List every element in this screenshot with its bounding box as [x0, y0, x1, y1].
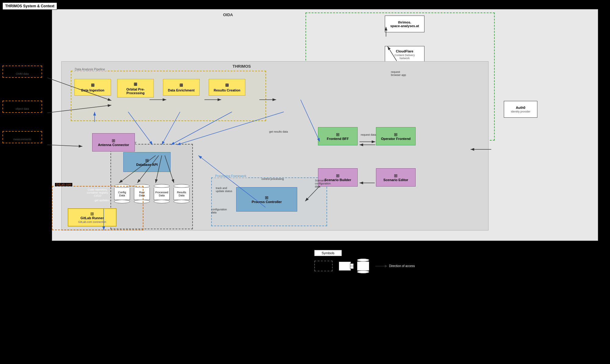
operator-frontend-label: Operator Frontend — [381, 137, 410, 141]
direction-row: Direction of access — [375, 264, 415, 269]
cyl-top-processed — [154, 184, 170, 188]
cyl-top-results — [174, 184, 189, 188]
pipeline-label: Data Analysis Pipeline — [74, 68, 106, 71]
results-icon: ⊞ — [225, 83, 229, 87]
enrichment-label: Data Enrichment — [168, 88, 194, 92]
cyl-bottom-processed — [154, 200, 170, 203]
results-data-cylinder: Results Data — [174, 184, 189, 203]
cyl-bottom-results — [174, 200, 189, 203]
processing-framework-area: Processing Framework ⊞ Process Controlle… — [211, 177, 327, 226]
scenario-editor-box: ⊞ Scenario Editor — [376, 168, 416, 187]
enrichment-icon: ⊞ — [179, 83, 183, 87]
proc-framework-label: Processing Framework — [214, 174, 247, 178]
orbital-icon: ⊞ — [134, 82, 137, 87]
discos-title: DISCOS — [5, 103, 40, 107]
scenario-config-label: Scenario configuration data — [315, 179, 331, 188]
results-creation-box: ⊞ Results Creation — [209, 79, 245, 96]
antenna-connector-label: Antenna Connector — [98, 143, 129, 147]
gitlab-runner-icon: ⊞ — [90, 211, 94, 216]
gitlab-runner-sub: GitLab.com connection — [78, 220, 106, 223]
data-ingestion-box: ⊞ Data Ingestion — [74, 79, 111, 96]
frontend-bff-box: ⊞ Frontend BFF — [318, 127, 358, 145]
process-controller-box: ⊞ Process Controller — [236, 187, 297, 212]
auth0-sub: Identity provider — [511, 110, 530, 113]
config-data-label: configuration data — [211, 208, 227, 214]
sym-cyl-top — [357, 259, 369, 262]
frontend-bff-icon: ⊞ — [336, 132, 340, 137]
space-track-box: space-track.org OMM data — [2, 66, 42, 78]
processed-data-cylinder: Processed Data — [154, 184, 170, 203]
symbol-row: Direction of access — [314, 259, 415, 273]
database-api-box: ⊞ Database API — [123, 152, 171, 172]
operator-frontend-box: ⊞ Operator Frontend — [376, 127, 416, 145]
cyl-body-results: Results Data — [174, 188, 189, 200]
cyl-body-processed: Processed Data — [154, 188, 170, 200]
data-enrichment-box: ⊞ Data Enrichment — [163, 79, 200, 96]
auth0-box: Auth0 Identity provider — [504, 101, 537, 118]
thrimos-domain-box: thrimos. space-analyses.at — [385, 16, 424, 32]
request-browser-label: request browser app — [391, 70, 406, 77]
gitlab-area-label: GitLab.com — [55, 183, 72, 186]
data-ingestion-icon: ⊞ — [91, 83, 95, 87]
get-updates-label: get updates — [95, 199, 109, 202]
scenario-builder-icon: ⊞ — [336, 173, 340, 178]
scenario-editor-label: Scenario Editor — [383, 178, 408, 182]
request-data-label: request data — [361, 133, 376, 136]
control-processing-label: control processing — [262, 177, 284, 180]
thrimos-label: THRIMOS — [233, 64, 251, 69]
db-api-icon: ⊞ — [145, 158, 149, 163]
direction-arrow — [375, 264, 388, 269]
get-results-label: get results data — [269, 130, 288, 133]
gitlab-runner-box: ⊞ GitLab Runner GitLab.com connection — [68, 208, 117, 227]
symbols-title: Symbols — [314, 250, 342, 256]
antenna-title: Antenna — [5, 134, 40, 137]
frontend-bff-label: Frontend BFF — [327, 137, 349, 141]
thrimos-domain-label: thrimos. space-analyses.at — [390, 20, 419, 28]
gitlab-sub: Code repository, container registry, CI/… — [52, 187, 143, 197]
scenario-editor-icon: ⊞ — [394, 173, 398, 178]
antenna-box: Antenna measurements — [2, 131, 42, 143]
symbol-cylinder-small — [357, 259, 369, 273]
oida-label: OIDA — [223, 12, 233, 17]
symbol-component — [339, 262, 351, 271]
pipeline-area: Data Analysis Pipeline ⊞ Data Ingestion … — [71, 71, 266, 121]
antenna-conn-icon: ⊞ — [112, 138, 115, 143]
direction-label: Direction of access — [389, 264, 415, 268]
data-ingestion-label: Data Ingestion — [81, 88, 104, 92]
gitlab-area: GitLab.com Code repository, container re… — [52, 186, 143, 230]
results-label: Results Creation — [214, 88, 240, 92]
symbols-area: Symbols Direction of access — [314, 250, 415, 273]
operator-fe-icon: ⊞ — [394, 132, 398, 137]
symbol-dashed-rect — [314, 261, 333, 271]
discos-sub: object data — [5, 107, 40, 110]
antenna-connector-box: ⊞ Antenna Connector — [92, 133, 135, 152]
space-track-sub: OMM data — [5, 72, 40, 75]
track-status-label: track and update status — [216, 187, 232, 193]
cloudflare-title: CloudFlare — [396, 49, 413, 53]
cloudflare-box: CloudFlare Content Delivery Network — [385, 46, 424, 63]
results-data-label: Results Data — [177, 191, 186, 197]
auth0-title: Auth0 — [516, 106, 525, 109]
process-controller-label: Process Controller — [252, 200, 282, 204]
antenna-sub: measurements — [5, 138, 40, 141]
database-api-label: Database API — [136, 163, 158, 166]
cloudflare-sub: Content Delivery Network — [395, 54, 415, 60]
sym-cyl-bottom — [357, 270, 369, 273]
space-track-title: space-track.org — [5, 68, 40, 72]
discos-box: DISCOS object data — [2, 101, 42, 113]
orbital-preprocessing-box: ⊞ Orbital Pre-Processing — [117, 79, 154, 98]
diagram-title: THRIMOS System & Context — [2, 2, 57, 10]
processed-label: Processed Data — [155, 191, 168, 197]
gitlab-runner-title: GitLab Runner — [81, 216, 104, 220]
proc-ctrl-icon: ⊞ — [265, 195, 269, 200]
sym-cyl-body — [357, 262, 369, 271]
orbital-label: Orbital Pre-Processing — [119, 87, 152, 95]
